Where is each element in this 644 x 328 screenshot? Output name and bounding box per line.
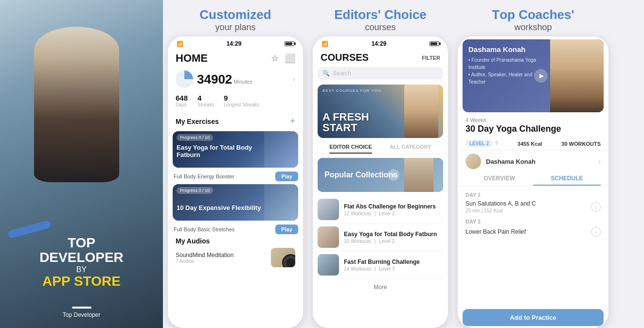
question-icon[interactable]: ? xyxy=(495,140,498,147)
schedule-item-1[interactable]: Sun Salutations A, B and C 25 min | 152 … xyxy=(465,198,601,216)
course-thumb-1 xyxy=(318,199,339,220)
by-label: BY xyxy=(0,265,163,274)
schedule-item-2[interactable]: Lower Back Pain Relief ↓ xyxy=(465,224,601,239)
progress-indicator xyxy=(72,307,91,309)
course-list: Flat Abs Challenge for Beginners 12 Work… xyxy=(313,194,448,281)
courses-panel-title: Editors' Choice courses xyxy=(334,0,427,36)
audio-thumbnail xyxy=(271,248,295,267)
audio-item-info: SoundMind Meditation 7 Audios xyxy=(176,252,233,264)
schedule-item-1-info: Sun Salutations A, B and C 25 min | 152 … xyxy=(465,200,536,213)
card2-play-button[interactable]: Play xyxy=(275,224,298,234)
exercise-card-2[interactable]: Progress 0 / 10 10 Day Expansive Flexibi… xyxy=(173,184,298,221)
day2-label: DAY 2 xyxy=(465,219,601,224)
longest-streaks-stat: 9 Longest Streaks xyxy=(224,94,259,107)
minutes-display: 34902 Minutes xyxy=(197,72,252,87)
stats-arrow[interactable]: › xyxy=(293,75,295,83)
exercise-card-1[interactable]: Progress 0 / 10 Easy Yoga for Total Body… xyxy=(173,131,298,168)
course-item-2[interactable]: Easy Yoga for Total Body Fatburn 10 Work… xyxy=(318,224,443,251)
longest-label: Longest Streaks xyxy=(224,102,259,107)
courses-headline-rest: ditors' Choice xyxy=(343,7,427,22)
collection-person-image xyxy=(404,158,433,192)
course-thumb-2 xyxy=(318,226,339,248)
courses-status-bar: 📶 14:29 xyxy=(313,36,448,49)
course-meta-2: 10 Workouts | Level 2 xyxy=(344,239,443,244)
courses-tabs: EDITOR CHOICE ALL CATEGORY xyxy=(313,141,448,154)
popular-collections-banner[interactable]: Popular Collections › xyxy=(318,158,443,192)
search-placeholder: Search xyxy=(333,70,438,77)
course-meta-1: 12 Workouts | Level 2 xyxy=(344,211,443,216)
schedule-content: DAY 1 Sun Salutations A, B and C 25 min … xyxy=(458,186,608,307)
home-header: HOME ☆ ⬜ xyxy=(168,49,303,69)
level-stat: LEVEL 2 ? xyxy=(465,140,498,147)
card1-footer-title: Full Body Energy Booster xyxy=(173,173,234,179)
app-store-label: APP STORE xyxy=(0,274,163,289)
featured-title: A FRESHSTART xyxy=(322,112,369,133)
search-bar[interactable]: 🔍 Search xyxy=(318,67,443,80)
top-developer-sub: Top Developer xyxy=(0,311,163,318)
filter-button[interactable]: FILTER xyxy=(422,55,440,61)
add-to-practice-button[interactable]: Add to Practice xyxy=(463,309,604,326)
card2-image xyxy=(264,184,298,221)
exercises-title: My Exercises xyxy=(176,118,219,125)
audio-count: 7 Audios xyxy=(176,259,233,264)
home-title: HOME xyxy=(176,52,208,65)
longest-num: 9 xyxy=(224,94,259,102)
day1-label: DAY 1 xyxy=(465,192,601,198)
courses-time: 14:29 xyxy=(372,40,387,47)
home-panel: Customized your plans 📶 14:29 HOME ☆ ⬜ 3… xyxy=(163,0,308,328)
courses-title: COURSES xyxy=(321,52,369,63)
days-stat: 648 Days xyxy=(176,94,188,107)
schedule-item-2-title: Lower Back Pain Relief xyxy=(465,228,526,235)
coach-photo xyxy=(550,39,604,112)
hero-bottom-text: TOP DEVELOPER BY APP STORE xyxy=(0,236,163,289)
coach-name: Dashama Konah xyxy=(468,45,545,53)
coaches-headline-accent: T xyxy=(492,7,500,22)
streaks-stat: 4 Streaks xyxy=(197,94,214,107)
star-icon[interactable]: ☆ xyxy=(271,53,279,64)
home-time: 14:29 xyxy=(227,40,242,47)
card1-image xyxy=(264,131,298,168)
courses-subtitle: courses xyxy=(334,22,427,33)
card1-footer: Full Body Energy Booster Play xyxy=(168,170,303,182)
schedule-item-1-title: Sun Salutations A, B and C xyxy=(465,200,536,207)
collection-label: Popular Collections xyxy=(324,171,397,179)
featured-banner[interactable]: BEST COURSES FOR YOU A FRESHSTART xyxy=(318,85,443,138)
workout-info: 4 Weeks 30 Day Yoga Challenge xyxy=(458,114,608,137)
coaches-phone-frame: Dashama Konah Founder of Pranashama Yoga… xyxy=(458,36,608,328)
more-button[interactable]: More xyxy=(313,281,448,293)
course-item-1[interactable]: Flat Abs Challenge for Beginners 12 Work… xyxy=(318,196,443,224)
coaches-headline: Top Coaches' xyxy=(492,7,574,22)
home-phone-frame: 📶 14:29 HOME ☆ ⬜ 34902 Minutes › 648 Day… xyxy=(168,36,303,328)
days-label: Days xyxy=(176,102,188,107)
home-sub-stats: 648 Days 4 Streaks 9 Longest Streaks xyxy=(168,94,303,113)
coach-card[interactable]: Dashama Konah Founder of Pranashama Yoga… xyxy=(463,39,604,112)
coach-bullets: Founder of Pranashama Yoga Institute Aut… xyxy=(468,56,545,86)
courses-phone-frame: 📶 14:29 COURSES FILTER 🔍 Search BEST COU… xyxy=(313,36,448,328)
card2-footer: Full Body Basic Stretches Play xyxy=(168,223,303,235)
course-thumb-3 xyxy=(318,254,339,276)
tab-schedule[interactable]: SCHEDULE xyxy=(533,172,601,186)
collection-arrow-button[interactable]: › xyxy=(388,169,399,181)
coach-profile-row[interactable]: Dashama Konah › xyxy=(458,151,608,172)
add-exercise-button[interactable]: + xyxy=(290,116,295,126)
tablet-icon[interactable]: ⬜ xyxy=(285,53,295,64)
tab-overview[interactable]: OVERVIEW xyxy=(465,172,533,186)
days-num: 648 xyxy=(176,94,188,102)
card1-play-button[interactable]: Play xyxy=(275,172,298,181)
tab-all-category[interactable]: ALL CATEGORY xyxy=(390,144,431,154)
tab-editor-choice[interactable]: EDITOR CHOICE xyxy=(329,144,372,154)
download-icon-1[interactable]: ↓ xyxy=(591,202,601,212)
card1-progress-badge: Progress 0 / 10 xyxy=(177,134,213,141)
download-icon-2[interactable]: ↓ xyxy=(591,227,601,237)
overview-schedule-tabs: OVERVIEW SCHEDULE xyxy=(458,172,608,186)
chevron-right-icon: › xyxy=(598,157,601,165)
audio-item-1[interactable]: SoundMind Meditation 7 Audios xyxy=(176,248,295,267)
activity-pie-chart xyxy=(176,70,193,88)
play-button-overlay[interactable]: ▶ xyxy=(534,69,548,83)
coach-avatar xyxy=(465,154,481,169)
course-item-3[interactable]: Fast Fat Burning Challenge 14 Workouts |… xyxy=(318,251,443,279)
featured-person-image xyxy=(404,85,438,138)
course-info-3: Fast Fat Burning Challenge 14 Workouts |… xyxy=(344,259,443,272)
workouts-value: 30 WORKOUTS xyxy=(561,141,601,147)
workouts-stat: 30 WORKOUTS xyxy=(561,141,601,147)
